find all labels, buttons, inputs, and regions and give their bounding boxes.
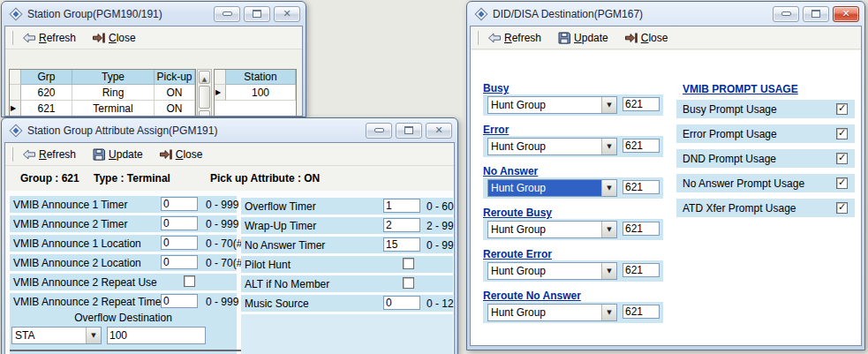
refresh-button[interactable]: Refresh [487, 31, 541, 45]
wrap-up-timer-input[interactable] [383, 218, 420, 232]
minimize-button[interactable] [773, 6, 799, 22]
row-selector[interactable] [10, 85, 21, 101]
error-value-input[interactable] [623, 139, 660, 153]
form-filler-panel [241, 314, 453, 354]
error-prompt-usage-checkbox[interactable] [836, 128, 848, 139]
vmib-announce-2-location-input[interactable] [161, 255, 198, 269]
close-tool-button[interactable]: Close [159, 147, 203, 162]
maximize-button[interactable] [396, 123, 422, 139]
row-pointer-icon[interactable] [215, 85, 226, 101]
col-header-pickup[interactable]: Pick-up [155, 70, 195, 85]
maximize-button[interactable] [244, 6, 270, 22]
minimize-button[interactable] [214, 6, 240, 22]
window-did-disa-destination: DID/DISA Destination(PGM167) ✕ Refresh U… [466, 1, 865, 350]
busy-value-input[interactable] [623, 97, 660, 111]
prompt-row: DND Prompt Usage [676, 149, 855, 168]
cell-pickup[interactable]: ON [155, 101, 195, 117]
table-row[interactable]: 100 [215, 85, 296, 101]
titlebar-station-group[interactable]: Station Group(PGM190/191) ✕ [4, 2, 303, 26]
no-answer-type-select[interactable]: Hunt Group [487, 179, 617, 197]
busy-prompt-usage-checkbox[interactable] [836, 103, 848, 115]
field-row: VMIB Announce 2 Timer 0 - 999 [10, 215, 237, 232]
selected-option: Hunt Group [488, 180, 601, 196]
cell-station[interactable]: 100 [226, 85, 296, 101]
header-selector-cell [215, 70, 226, 85]
maximize-button[interactable] [803, 6, 829, 22]
field-range: 0 - 12 [426, 298, 454, 310]
close-x-icon: ✕ [842, 9, 849, 19]
chevron-down-icon[interactable] [601, 139, 616, 154]
prompt-row: Busy Prompt Usage [676, 100, 855, 118]
error-type-select[interactable]: Hunt Group [487, 138, 617, 155]
alt-if-no-member-checkbox[interactable] [403, 277, 414, 289]
refresh-button[interactable]: Refresh [22, 147, 76, 162]
cell-pickup[interactable]: ON [155, 85, 195, 101]
table-row[interactable]: 620 Ring ON [10, 85, 195, 101]
vmib-announce-2-repeat-timer-input[interactable] [161, 294, 198, 308]
close-button[interactable]: ✕ [833, 6, 859, 22]
update-button[interactable]: Update [557, 31, 608, 45]
field-band: Hunt Group [483, 302, 663, 323]
maximize-icon [253, 10, 261, 18]
dnd-prompt-usage-checkbox[interactable] [836, 153, 848, 164]
titlebar-did-disa[interactable]: DID/DISA Destination(PGM167) ✕ [470, 2, 862, 26]
scroll-up-arrow-icon[interactable] [199, 71, 210, 84]
close-x-icon: ✕ [283, 9, 291, 19]
overflow-destination-value-input[interactable] [107, 327, 206, 344]
toolbar-grip[interactable] [11, 147, 13, 162]
music-source-input[interactable] [383, 296, 420, 310]
overflow-timer-input[interactable] [383, 199, 420, 213]
field-range: 0 - 999 [206, 218, 238, 230]
toolbar-grip[interactable] [477, 31, 479, 45]
vmib-announce-2-timer-input[interactable] [161, 216, 198, 230]
station-member-grid: Station 100 [214, 69, 297, 117]
close-tool-button[interactable]: Close [624, 31, 668, 45]
vertical-scrollbar[interactable] [197, 69, 212, 117]
titlebar-attribute-assign[interactable]: Station Group Attribute Assign(PGM191) ✕ [4, 118, 455, 142]
reroute-busy-value-input[interactable] [623, 222, 660, 236]
no-answer-timer-input[interactable] [383, 237, 420, 252]
reroute-error-type-select[interactable]: Hunt Group [487, 262, 617, 280]
table-row[interactable]: 621 Terminal ON [10, 101, 195, 117]
vmib-announce-1-timer-input[interactable] [161, 197, 198, 211]
reroute-no-answer-value-input[interactable] [623, 305, 660, 319]
chevron-down-icon[interactable] [601, 97, 616, 113]
chevron-down-icon[interactable] [601, 180, 616, 196]
prompt-row: No Answer Prompt Usage [676, 174, 855, 192]
pilot-hunt-checkbox[interactable] [403, 258, 414, 269]
cell-type[interactable]: Ring [72, 85, 155, 101]
busy-type-select[interactable]: Hunt Group [487, 96, 617, 114]
close-button[interactable]: ✕ [274, 6, 300, 22]
refresh-button[interactable]: Refresh [22, 31, 76, 45]
dest-group-error: Error Hunt Group [483, 124, 663, 157]
col-header-type[interactable]: Type [72, 70, 155, 85]
reroute-error-value-input[interactable] [623, 263, 660, 277]
col-header-grp[interactable]: Grp [21, 70, 72, 85]
exit-arrow-icon [159, 147, 173, 162]
window-title: Station Group(PGM190/191) [27, 8, 209, 20]
chevron-down-icon[interactable] [601, 305, 616, 320]
scrollbar-thumb[interactable] [199, 86, 210, 109]
reroute-busy-type-select[interactable]: Hunt Group [487, 221, 617, 238]
reroute-no-answer-type-select[interactable]: Hunt Group [487, 304, 617, 321]
no-answer-value-input[interactable] [623, 180, 660, 194]
chevron-down-icon[interactable] [86, 328, 101, 343]
row-pointer-icon[interactable] [10, 101, 21, 117]
scroll-down-button[interactable] [199, 110, 210, 117]
update-button[interactable]: Update [92, 147, 143, 162]
vmib-announce-2-repeat-use-checkbox[interactable] [184, 275, 195, 287]
close-button[interactable]: ✕ [426, 123, 452, 139]
cell-grp[interactable]: 621 [21, 101, 72, 117]
toolbar-grip[interactable] [11, 31, 13, 45]
overflow-destination-type-select[interactable]: STA [11, 327, 102, 344]
close-tool-button[interactable]: Close [92, 31, 136, 45]
chevron-down-icon[interactable] [601, 222, 616, 237]
no-answer-prompt-usage-checkbox[interactable] [836, 177, 848, 189]
vmib-announce-1-location-input[interactable] [161, 236, 198, 250]
minimize-button[interactable] [366, 123, 392, 139]
cell-type[interactable]: Terminal [72, 101, 155, 117]
col-header-station[interactable]: Station [226, 70, 296, 85]
chevron-down-icon[interactable] [601, 263, 616, 279]
atd-xfer-prompt-usage-checkbox[interactable] [836, 202, 848, 214]
cell-grp[interactable]: 620 [21, 85, 72, 101]
